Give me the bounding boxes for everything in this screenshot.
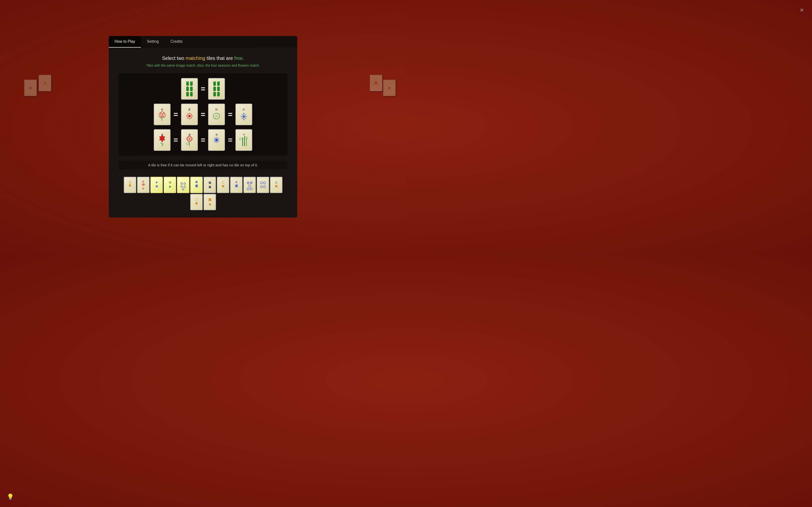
tab-credits[interactable]: Credits	[164, 36, 189, 48]
tile-row-bamboo: =	[123, 78, 283, 100]
tile-summer: 夏	[181, 104, 198, 125]
svg-text:蘭: 蘭	[188, 133, 191, 136]
svg-rect-3	[190, 87, 193, 91]
svg-point-112	[250, 188, 252, 190]
svg-text:二: 二	[222, 181, 224, 184]
svg-text:中: 中	[142, 187, 144, 190]
svg-text:藍: 藍	[195, 181, 198, 183]
svg-text:秋: 秋	[215, 108, 218, 111]
svg-point-47	[243, 116, 245, 117]
preview-tile-5	[177, 177, 190, 193]
tab-how-to-play[interactable]: How to Play	[109, 36, 141, 48]
instruction-matching: matching	[186, 56, 205, 61]
instruction-free: free	[235, 56, 243, 61]
svg-point-115	[260, 186, 262, 188]
tile-flower4: 竹	[236, 129, 252, 151]
svg-text:春: 春	[161, 108, 163, 111]
preview-tile-6: 藍 東	[190, 177, 203, 193]
tile-row-flowers: 菊	[123, 129, 283, 151]
bamboo-tile-right	[208, 78, 225, 100]
svg-point-113	[260, 181, 262, 184]
svg-point-110	[248, 185, 251, 187]
preview-tile-12: 人 萬	[270, 177, 283, 193]
svg-point-93	[181, 183, 183, 184]
preview-tile-8: 二 萬	[217, 177, 230, 193]
equals-1: =	[201, 85, 205, 93]
svg-line-58	[162, 144, 164, 145]
modal-overlay: How to Play Setting Credits Select two m…	[0, 0, 406, 253]
svg-line-36	[214, 116, 216, 116]
equals-2a: =	[173, 111, 178, 118]
svg-text:竹: 竹	[243, 133, 245, 136]
equals-3a: =	[173, 136, 178, 144]
svg-line-31	[187, 118, 188, 119]
svg-point-7	[191, 81, 192, 82]
svg-text:🌿: 🌿	[168, 181, 171, 184]
preview-tile-14: 萬 萬	[203, 194, 216, 210]
svg-text:红: 红	[142, 181, 145, 183]
svg-text:菊: 菊	[215, 133, 218, 136]
equals-3c: =	[228, 136, 233, 144]
preview-tile-11	[257, 177, 269, 193]
preview-tile-10	[243, 177, 256, 193]
free-tile-description: A tile is free if it can be moved left o…	[118, 161, 288, 169]
svg-line-29	[187, 114, 188, 114]
svg-text:中: 中	[142, 183, 145, 187]
equals-2c: =	[228, 111, 233, 118]
svg-text:菊: 菊	[208, 186, 211, 188]
svg-text:夏: 夏	[188, 108, 191, 111]
svg-rect-2	[186, 87, 189, 91]
svg-text:❄: ❄	[156, 181, 158, 184]
svg-rect-11	[217, 87, 220, 91]
equals-3b: =	[201, 136, 205, 144]
preview-tile-9: 北 東	[230, 177, 243, 193]
svg-rect-10	[213, 87, 216, 91]
tab-bar: How to Play Setting Credits	[109, 36, 297, 48]
equals-2b: =	[201, 111, 205, 118]
svg-point-17	[160, 112, 164, 117]
preview-tile-4: 🌿 東	[164, 177, 176, 193]
tile-examples-section: =	[118, 73, 288, 156]
svg-text:南: 南	[155, 185, 158, 187]
tile-flower2: 蘭	[181, 129, 198, 151]
preview-tile-7: 菊 菊	[203, 177, 216, 193]
instruction-middle: tiles that are	[205, 56, 234, 61]
preview-tile-2: 红 中 中	[137, 177, 150, 193]
svg-point-107	[248, 182, 248, 183]
svg-rect-13	[217, 92, 220, 96]
svg-point-116	[263, 186, 265, 188]
svg-point-6	[187, 81, 188, 82]
svg-text:北: 北	[235, 181, 238, 183]
tile-autumn: 秋	[208, 104, 225, 125]
svg-rect-5	[190, 92, 193, 96]
main-instruction: Select two matching tiles that are free.	[118, 55, 288, 62]
modal-body: Select two matching tiles that are free.…	[109, 48, 297, 218]
instruction-prefix: Select two	[162, 56, 186, 61]
svg-point-109	[251, 182, 252, 183]
svg-rect-12	[213, 92, 216, 96]
svg-line-32	[191, 114, 192, 114]
sub-instruction: Tiles with the same image match. Also, t…	[118, 63, 288, 67]
svg-text:菊: 菊	[208, 181, 211, 184]
tab-setting[interactable]: Setting	[141, 36, 164, 48]
svg-point-62	[189, 138, 191, 140]
svg-text:東: 東	[169, 186, 171, 188]
bamboo-tile-left	[181, 78, 198, 100]
svg-text:冬: 冬	[243, 108, 245, 111]
svg-line-57	[160, 143, 162, 144]
svg-point-15	[218, 81, 219, 82]
svg-point-114	[263, 181, 265, 184]
svg-text:二: 二	[195, 198, 198, 201]
svg-rect-4	[186, 92, 189, 96]
tile-flower3: 菊	[208, 129, 225, 151]
svg-point-14	[214, 81, 215, 82]
svg-line-21	[160, 118, 162, 119]
svg-point-111	[247, 188, 249, 190]
svg-text:東: 東	[195, 184, 198, 188]
svg-point-96	[184, 186, 185, 187]
svg-line-37	[216, 116, 219, 117]
svg-text:萬: 萬	[275, 185, 277, 187]
svg-text:萬: 萬	[129, 184, 131, 187]
tile-row-seasons: 春 = 夏	[123, 104, 283, 125]
svg-text:萬: 萬	[208, 198, 211, 202]
